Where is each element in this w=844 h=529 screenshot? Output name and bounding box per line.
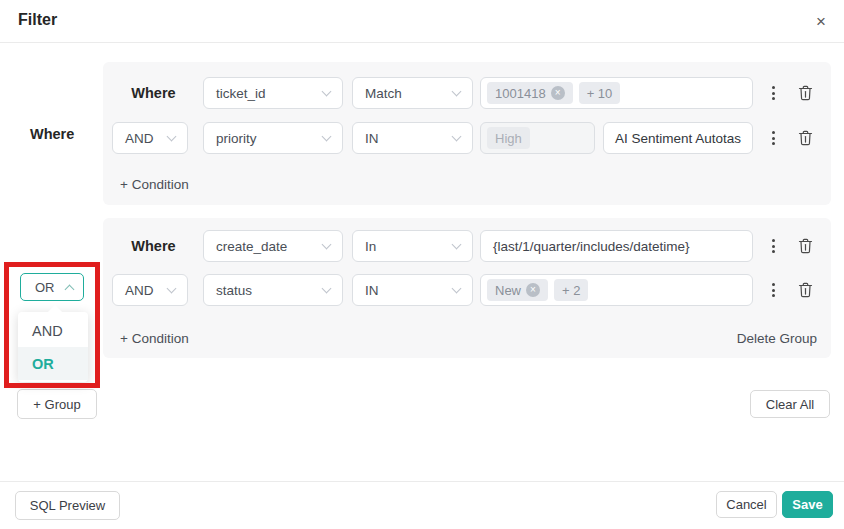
trash-icon [798, 238, 813, 254]
footer-divider [0, 481, 844, 482]
filter-dialog: Filter × Where Where ticket_id Match 100… [0, 0, 844, 529]
row-menu-button[interactable] [766, 237, 780, 255]
operator-select[interactable]: IN [352, 274, 473, 306]
chevron-down-icon [452, 239, 462, 249]
value-input[interactable]: {last/1/quarter/includes/datetime} [480, 230, 753, 262]
chevron-down-icon [167, 131, 177, 141]
chevron-down-icon [322, 283, 332, 293]
value-tag-overflow: + 2 [554, 279, 588, 301]
group-footer: + Condition [120, 177, 817, 192]
conjunction-dropdown-menu: AND OR [18, 312, 88, 382]
value-tag: New × [487, 279, 548, 301]
menu-item-or[interactable]: OR [18, 347, 88, 380]
group-conjunction-value: OR [35, 280, 55, 295]
value-tag-label: New [495, 283, 521, 298]
value-tag-overflow: + 10 [579, 82, 621, 104]
field-select-value: ticket_id [216, 86, 266, 101]
value-input[interactable]: 1001418 × + 10 [480, 77, 753, 109]
value-tag: 1001418 × [487, 82, 573, 104]
row-prefix: Where [112, 238, 195, 254]
row-prefix: Where [112, 85, 195, 101]
conjunction-value: AND [125, 283, 154, 298]
row-menu-button[interactable] [766, 84, 780, 102]
value-text: {last/1/quarter/includes/datetime} [487, 239, 690, 254]
close-icon[interactable]: × [808, 9, 834, 35]
operator-select-value: In [365, 239, 376, 254]
operator-select[interactable]: Match [352, 77, 473, 109]
value-tag-label: + 10 [587, 86, 613, 101]
trash-icon [798, 282, 813, 298]
field-select-value: status [216, 283, 252, 298]
delete-row-button[interactable] [797, 281, 813, 299]
operator-select-value: Match [365, 86, 402, 101]
condition-group-1: Where ticket_id Match 1001418 × + 10 [103, 62, 831, 205]
row-menu-button[interactable] [766, 281, 780, 299]
operator-select-value: IN [365, 131, 379, 146]
add-condition-button[interactable]: + Condition [120, 331, 189, 346]
field-select-value: priority [216, 131, 257, 146]
value-tag-label: High [495, 131, 522, 146]
chevron-up-icon [65, 284, 75, 294]
operator-select-value: IN [365, 283, 379, 298]
clear-all-button[interactable]: Clear All [750, 390, 830, 418]
chevron-down-icon [452, 86, 462, 96]
trash-icon [798, 130, 813, 146]
field-select[interactable]: priority [203, 122, 343, 154]
dialog-title: Filter [18, 11, 57, 29]
group-conjunction-select[interactable]: OR [20, 273, 84, 301]
group-footer: + Condition Delete Group [120, 331, 817, 346]
chevron-down-icon [452, 131, 462, 141]
ai-sentiment-button[interactable]: AI Sentiment Autotas [603, 122, 753, 154]
delete-row-button[interactable] [797, 237, 813, 255]
value-tag-label: 1001418 [495, 86, 546, 101]
save-button[interactable]: Save [782, 491, 833, 518]
operator-select[interactable]: In [352, 230, 473, 262]
condition-row: AND priority IN High AI Sentiment Autota… [112, 122, 813, 154]
trash-icon [798, 85, 813, 101]
delete-row-button[interactable] [797, 84, 813, 102]
value-tag: High [487, 127, 530, 149]
chevron-down-icon [322, 86, 332, 96]
field-select-value: create_date [216, 239, 287, 254]
cancel-button[interactable]: Cancel [716, 491, 777, 518]
delete-row-button[interactable] [797, 129, 813, 147]
condition-row: AND status IN New × + 2 [112, 274, 813, 306]
row-prefix: AND [112, 274, 195, 306]
row-where-label: Where [131, 238, 175, 254]
header-divider [0, 42, 844, 43]
row-menu-button[interactable] [766, 129, 780, 147]
chevron-down-icon [167, 283, 177, 293]
chevron-down-icon [322, 239, 332, 249]
condition-row: Where create_date In {last/1/quarter/inc… [112, 230, 813, 262]
chevron-down-icon [452, 283, 462, 293]
sql-preview-button[interactable]: SQL Preview [15, 491, 120, 520]
row-conjunction-select[interactable]: AND [112, 122, 188, 154]
conjunction-value: AND [125, 131, 154, 146]
row-conjunction-select[interactable]: AND [112, 274, 188, 306]
remove-tag-icon[interactable]: × [526, 283, 540, 297]
delete-group-button[interactable]: Delete Group [737, 331, 817, 346]
field-select[interactable]: create_date [203, 230, 343, 262]
chevron-down-icon [322, 131, 332, 141]
add-condition-button[interactable]: + Condition [120, 177, 189, 192]
value-input[interactable]: New × + 2 [480, 274, 753, 306]
root-where-label: Where [30, 126, 74, 142]
condition-row: Where ticket_id Match 1001418 × + 10 [112, 77, 813, 109]
row-where-label: Where [131, 85, 175, 101]
condition-group-2: Where create_date In {last/1/quarter/inc… [103, 218, 831, 358]
operator-select[interactable]: IN [352, 122, 473, 154]
value-input-disabled: High [480, 122, 595, 154]
field-select[interactable]: status [203, 274, 343, 306]
menu-item-and[interactable]: AND [18, 314, 88, 347]
value-tag-label: + 2 [562, 283, 580, 298]
remove-tag-icon[interactable]: × [551, 86, 565, 100]
field-select[interactable]: ticket_id [203, 77, 343, 109]
row-prefix: AND [112, 122, 195, 154]
add-group-button[interactable]: + Group [17, 389, 97, 419]
